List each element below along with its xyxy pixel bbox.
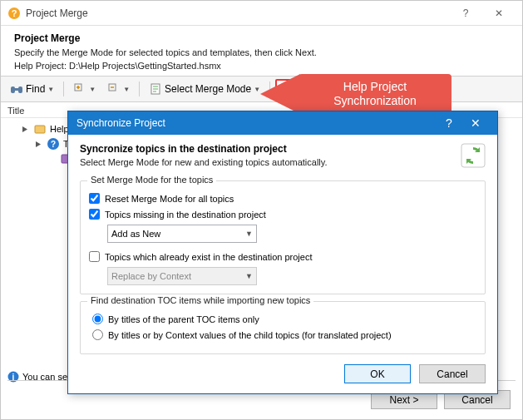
dialog-title: Synchronize Project xyxy=(76,117,436,129)
separator xyxy=(63,82,64,96)
window-title: Project Merge xyxy=(26,7,449,19)
checkbox-input[interactable] xyxy=(89,251,100,262)
find-toc-group: Find destination TOC items while importi… xyxy=(80,301,486,354)
svg-text:?: ? xyxy=(12,8,17,18)
combo-value: Replace by Context xyxy=(111,271,191,281)
tree-expand-icon xyxy=(73,82,86,96)
group-legend: Set Merge Mode for the topics xyxy=(87,175,216,185)
radio-input[interactable] xyxy=(92,314,103,324)
group-legend: Find destination TOC items while importi… xyxy=(87,295,313,305)
svg-rect-4 xyxy=(15,88,18,91)
svg-rect-8 xyxy=(35,126,45,133)
project-path: Help Project: D:\Help Projects\GettingSt… xyxy=(14,61,509,71)
chevron-down-icon: ▼ xyxy=(245,230,253,238)
reset-merge-mode-checkbox[interactable]: Reset Merge Mode for all topics xyxy=(89,193,476,204)
checkbox-label: Topics missing in the destination projec… xyxy=(105,210,266,220)
svg-text:?: ? xyxy=(51,140,56,149)
chevron-down-icon: ▼ xyxy=(245,272,253,280)
select-merge-label: Select Merge Mode xyxy=(165,83,251,95)
dialog-help-button[interactable]: ? xyxy=(436,116,462,130)
separator xyxy=(139,82,140,96)
checkbox-input[interactable] xyxy=(89,193,100,204)
find-button[interactable]: Find ▼ xyxy=(6,80,58,98)
page-description: Specify the Merge Mode for selected topi… xyxy=(14,47,509,57)
document-icon xyxy=(149,82,162,96)
synchronize-dialog: Synchronize Project ? ✕ Syncronize topic… xyxy=(67,111,498,394)
select-merge-mode-button[interactable]: Select Merge Mode ▼ xyxy=(145,80,264,98)
merge-mode-group: Set Merge Mode for the topics Reset Merg… xyxy=(80,180,486,294)
checkbox-label: Topics which already exist in the destin… xyxy=(105,252,312,262)
chevron-down-icon: ▼ xyxy=(47,86,54,93)
toolbar: Find ▼ ▼ ▼ Select Merge Mode ▼ xyxy=(1,76,522,102)
expander-icon[interactable] xyxy=(34,140,43,149)
checkbox-input[interactable] xyxy=(89,209,100,220)
expander-spacer xyxy=(47,155,57,164)
expand-button[interactable]: ▼ xyxy=(69,80,100,98)
checkbox-label: Reset Merge Mode for all topics xyxy=(105,194,234,204)
chevron-down-icon: ▼ xyxy=(89,86,96,93)
help-button[interactable]: ? xyxy=(449,2,482,25)
radio-label: By titles or by Context values of the ch… xyxy=(108,330,392,340)
sync-icon xyxy=(279,82,293,96)
wizard-header: Project Merge Specify the Merge Mode for… xyxy=(1,26,522,76)
app-icon: ? xyxy=(7,7,21,20)
existing-topics-checkbox[interactable]: Topics which already exist in the destin… xyxy=(89,251,476,262)
close-button[interactable]: ✕ xyxy=(482,2,516,25)
collapse-button[interactable]: ▼ xyxy=(103,80,134,98)
ok-button[interactable]: OK xyxy=(344,364,411,383)
sync-large-icon xyxy=(461,143,486,168)
expander-icon[interactable] xyxy=(21,125,30,134)
help-icon: ? xyxy=(47,137,60,151)
chevron-down-icon: ▼ xyxy=(123,86,130,93)
missing-topics-checkbox[interactable]: Topics missing in the destination projec… xyxy=(89,209,476,220)
dialog-heading: Syncronize topics in the destination pro… xyxy=(80,143,461,155)
missing-topics-combo[interactable]: Add as New ▼ xyxy=(107,225,257,243)
synchronize-button[interactable] xyxy=(275,79,297,99)
dialog-titlebar: Synchronize Project ? ✕ xyxy=(68,111,497,135)
project-icon xyxy=(33,122,47,136)
dialog-subheading: Select Merge Mode for new and existing t… xyxy=(80,157,461,167)
chevron-down-icon: ▼ xyxy=(254,86,260,93)
tree-collapse-icon xyxy=(107,82,121,96)
combo-value: Add as New xyxy=(111,229,160,239)
svg-rect-3 xyxy=(18,86,22,93)
by-titles-parent-radio[interactable]: By titles of the parent TOC items only xyxy=(92,314,476,324)
dialog-close-button[interactable]: ✕ xyxy=(462,116,489,130)
dialog-footer: OK Cancel xyxy=(80,354,486,383)
page-title: Project Merge xyxy=(14,32,509,44)
svg-rect-2 xyxy=(11,86,15,93)
find-label: Find xyxy=(26,83,45,95)
radio-label: By titles of the parent TOC items only xyxy=(108,314,259,324)
main-titlebar: ? Project Merge ? ✕ xyxy=(1,1,522,26)
radio-input[interactable] xyxy=(92,329,103,340)
by-titles-context-radio[interactable]: By titles or by Context values of the ch… xyxy=(92,329,476,340)
dialog-cancel-button[interactable]: Cancel xyxy=(419,364,486,383)
separator xyxy=(269,82,270,96)
existing-topics-combo: Replace by Context ▼ xyxy=(107,267,257,285)
binoculars-icon xyxy=(10,82,23,96)
